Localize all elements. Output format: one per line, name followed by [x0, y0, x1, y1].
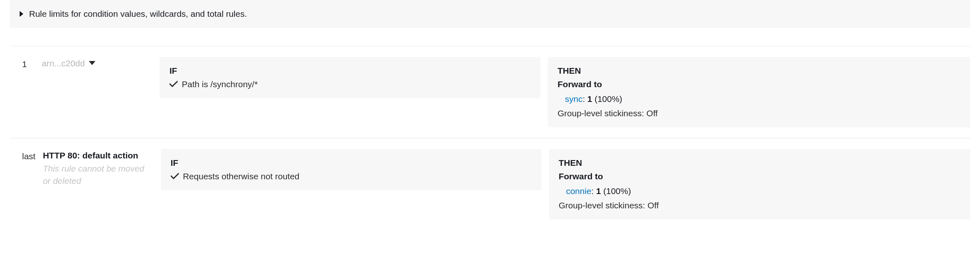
stickiness: Group-level stickiness: Off: [558, 106, 960, 120]
chevron-right-icon: [20, 11, 23, 17]
target-percent: 100%: [606, 186, 628, 196]
rule-action-panel: THEN Forward to connie: 1 (100%) Group-l…: [549, 149, 970, 219]
stickiness: Group-level stickiness: Off: [559, 198, 960, 212]
rule-row: 1 arn...c20dd IF Path is /synchrony/* TH…: [10, 46, 970, 138]
forward-target: sync: 1 (100%): [558, 92, 960, 106]
rule-condition-panel: IF Path is /synchrony/*: [160, 57, 540, 98]
rule-priority: 1: [10, 57, 34, 71]
target-link[interactable]: connie: [566, 186, 592, 196]
forward-target: connie: 1 (100%): [559, 184, 960, 199]
rule-action-panel: THEN Forward to sync: 1 (100%) Group-lev…: [548, 57, 970, 127]
then-label: THEN: [559, 156, 960, 169]
caret-down-icon: [89, 61, 95, 65]
target-percent: 100%: [597, 94, 619, 104]
check-icon: [169, 78, 178, 90]
rule-condition-panel: IF Requests otherwise not routed: [161, 149, 542, 190]
rule-note: This rule cannot be moved or deleted: [43, 163, 154, 187]
stickiness-value: Off: [646, 108, 658, 118]
if-label: IF: [171, 156, 532, 169]
forward-to-label: Forward to: [559, 170, 960, 183]
forward-to-label: Forward to: [558, 78, 960, 91]
rule-priority: last: [10, 149, 36, 163]
rule-condition: Path is /synchrony/*: [169, 78, 531, 91]
if-label: IF: [169, 64, 531, 77]
then-label: THEN: [558, 64, 960, 77]
stickiness-value: Off: [648, 201, 659, 210]
target-weight: 1: [587, 94, 592, 104]
rule-arn-dropdown[interactable]: arn...c20dd: [42, 57, 95, 70]
banner-text: Rule limits for condition values, wildca…: [29, 7, 247, 20]
target-weight: 1: [596, 186, 601, 196]
rule-condition-text: Requests otherwise not routed: [183, 170, 300, 183]
rule-arn-text: arn...c20dd: [42, 57, 85, 70]
rule-limits-banner[interactable]: Rule limits for condition values, wildca…: [10, 0, 970, 28]
rule-condition-text: Path is /synchrony/*: [182, 78, 258, 91]
rule-row: last HTTP 80: default action This rule c…: [10, 138, 970, 230]
target-link[interactable]: sync: [565, 94, 583, 104]
rule-name: HTTP 80: default action: [43, 149, 154, 162]
rule-condition: Requests otherwise not routed: [171, 170, 532, 183]
check-icon: [171, 170, 179, 183]
